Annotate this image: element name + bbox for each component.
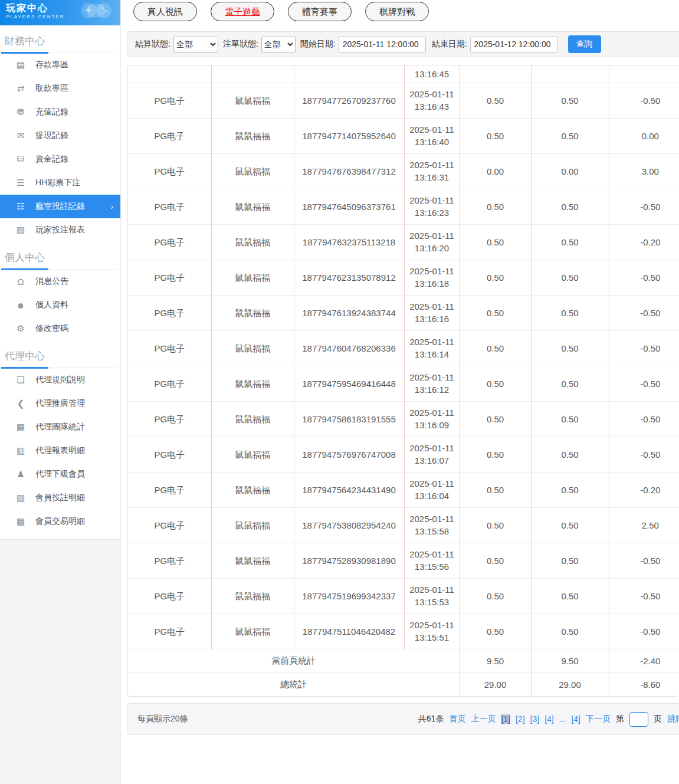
sidebar-item-1-1[interactable]: ☻個人資料› xyxy=(0,293,120,317)
order-status-select[interactable]: 全部 xyxy=(261,37,296,53)
cell-time: 2025-01-1113:16:07 xyxy=(404,437,460,472)
page-link-2[interactable]: [2] xyxy=(516,714,525,724)
order-status-label: 注單狀態: xyxy=(223,39,258,50)
tab-1[interactable]: 電子遊藝 xyxy=(211,2,274,21)
sidebar-item-2-3[interactable]: ▥代理報表明細› xyxy=(0,439,120,462)
page-link-4[interactable]: [4] xyxy=(544,714,554,724)
cell-time: 2025-01-1113:15:56 xyxy=(404,543,460,578)
sidebar-item-label: 代理推廣管理 xyxy=(35,398,85,409)
cell-order-number: 1877947613924383744 xyxy=(294,295,404,330)
jump-suffix-label: 页 xyxy=(654,714,662,724)
cell-order-number: 1877947726709237760 xyxy=(294,83,404,118)
cell-valid-amount: 0.50 xyxy=(531,366,609,401)
page-link-3[interactable]: [3] xyxy=(530,714,540,724)
cell-order-number: 1877947576976747008 xyxy=(294,437,404,472)
first-page-link[interactable]: 首页 xyxy=(449,714,465,724)
sidebar-item-2-5[interactable]: ▧會員投註明細› xyxy=(0,486,120,510)
cell-time: 2025-01-1113:16:43 xyxy=(404,83,460,118)
settle-status-select[interactable]: 全部 xyxy=(173,37,218,53)
sidebar-item-label: 代理規則說明 xyxy=(35,375,85,385)
cell-valid-amount: 0.50 xyxy=(531,330,609,366)
cell-bet-amount: 0.50 xyxy=(460,330,531,366)
start-date-input[interactable] xyxy=(339,37,426,53)
sidebar-item-1-0[interactable]: Ω消息公告› xyxy=(0,270,120,293)
search-button[interactable]: 查詢 xyxy=(568,35,601,53)
start-date-label: 開始日期: xyxy=(300,39,336,50)
cell-bet-amount xyxy=(460,65,531,83)
sidebar-item-0-4[interactable]: ⛁資金記錄› xyxy=(0,147,120,171)
sidebar-item-0-6[interactable]: ☷廳室投註記錄› xyxy=(0,195,120,218)
sidebar-menu: 財務中心▤存款專區›⇄取款專區›⛃充值記錄›✉提現記錄›⛁資金記錄›☰HH彩票下… xyxy=(0,25,120,540)
total-count-text: 共61条 xyxy=(418,714,444,724)
cell-game-name: 鼠鼠福福 xyxy=(211,260,294,295)
sidebar-item-0-3[interactable]: ✉提現記錄› xyxy=(0,124,120,147)
gear-icon: ⚙ xyxy=(15,323,26,334)
sidebar-item-label: 廳室投註記錄 xyxy=(35,201,85,212)
settle-status-label: 結算狀態: xyxy=(135,39,170,50)
cell-profit: -0.50 xyxy=(609,578,679,614)
sidebar-item-0-7[interactable]: ▨玩家投注報表› xyxy=(0,218,120,242)
sidebar-item-2-2[interactable]: ▦代理團隊統計› xyxy=(0,415,120,439)
cell-profit: -0.50 xyxy=(609,614,679,649)
table-row: PG电子鼠鼠福福18779475196993423372025-01-1113:… xyxy=(128,578,679,614)
summary-row: 總統計29.0029.00-8.60 xyxy=(128,673,679,696)
cell-profit: -0.20 xyxy=(609,224,679,260)
sidebar-item-label: 修改密碼 xyxy=(35,323,68,334)
card-icon: ▤ xyxy=(15,60,26,70)
summary-value-0: 9.50 xyxy=(460,649,531,673)
end-date-label: 結束日期: xyxy=(432,39,467,50)
next-page-link[interactable]: 下一页 xyxy=(586,714,611,724)
cell-profit: -0.50 xyxy=(609,437,679,472)
cell-valid-amount: 0.50 xyxy=(531,295,609,330)
sidebar-item-2-6[interactable]: ▩會員交易明細› xyxy=(0,510,120,533)
sidebar-item-0-2[interactable]: ⛃充值記錄› xyxy=(0,100,120,124)
sidebar-item-2-0[interactable]: ❏代理規則說明› xyxy=(0,368,120,392)
cell-bet-amount: 0.50 xyxy=(460,437,531,472)
cell-bet-amount: 0.50 xyxy=(460,507,531,543)
jump-page-input[interactable] xyxy=(629,712,648,727)
jump-button[interactable]: 跳转 xyxy=(667,714,679,724)
list-icon: ☰ xyxy=(15,178,26,188)
sidebar-item-0-0[interactable]: ▤存款專區› xyxy=(0,53,120,77)
cell-order-number: 1877947623135078912 xyxy=(294,260,404,295)
cell-bet-amount: 0.50 xyxy=(460,118,531,153)
sidebar-item-label: HH彩票下注 xyxy=(35,178,80,188)
time-text: 2025-01-1113:16:09 xyxy=(406,406,458,431)
cell-provider: PG电子 xyxy=(128,507,211,543)
sidebar-item-label: 會員投註明細 xyxy=(35,493,85,503)
cell-game-name: 鼠鼠福福 xyxy=(211,472,294,507)
cell-time: 2025-01-1113:16:04 xyxy=(404,472,460,507)
cell-order-number: 1877947519699342337 xyxy=(294,578,404,614)
sidebar-item-2-4[interactable]: ♟代理下級會員› xyxy=(0,462,120,486)
cell-provider: PG电子 xyxy=(128,543,211,578)
cell-valid-amount: 0.50 xyxy=(531,260,609,295)
tab-3[interactable]: 棋牌對戰 xyxy=(365,2,429,21)
trade-detail-icon: ▩ xyxy=(15,516,26,527)
room-list-icon: ☷ xyxy=(15,201,26,212)
sidebar-item-2-1[interactable]: ❮代理推廣管理› xyxy=(0,392,120,415)
prev-page-link[interactable]: 上一页 xyxy=(471,714,496,724)
report-grid-icon: ▥ xyxy=(15,445,26,456)
cell-game-name: 鼠鼠福福 xyxy=(211,366,294,401)
page-links: [1][2][3][4] xyxy=(501,714,553,724)
sidebar-item-0-1[interactable]: ⇄取款專區› xyxy=(0,77,120,100)
sidebar-filler xyxy=(0,540,120,784)
time-text: 2025-01-1113:15:51 xyxy=(406,619,458,644)
sidebar-item-1-2[interactable]: ⚙修改密碼› xyxy=(0,317,120,340)
tab-2[interactable]: 體育賽事 xyxy=(288,2,352,21)
cell-valid-amount: 0.50 xyxy=(531,472,609,507)
summary-value-2: -8.60 xyxy=(609,673,679,696)
table-row: PG电子鼠鼠福福18779477140759526402025-01-1113:… xyxy=(128,118,679,153)
sidebar-item-0-5[interactable]: ☰HH彩票下注› xyxy=(0,171,120,195)
time-text: 2025-01-1113:16:20 xyxy=(406,229,458,254)
cell-valid-amount: 0.50 xyxy=(531,507,609,543)
tab-0[interactable]: 真人視訊 xyxy=(133,2,197,21)
bet-records-table-wrap: 13:16:45PG电子鼠鼠福福18779477267092377602025-… xyxy=(127,65,679,697)
cell-valid-amount: 0.50 xyxy=(531,189,609,224)
sidebar-item-label: 會員交易明細 xyxy=(35,516,85,527)
last-page-link[interactable]: [4] xyxy=(571,714,580,724)
cell-game-name: 鼠鼠福福 xyxy=(211,330,294,366)
end-date-input[interactable] xyxy=(470,37,557,53)
cell-provider: PG电子 xyxy=(128,366,211,401)
page-link-1[interactable]: [1] xyxy=(501,714,510,724)
